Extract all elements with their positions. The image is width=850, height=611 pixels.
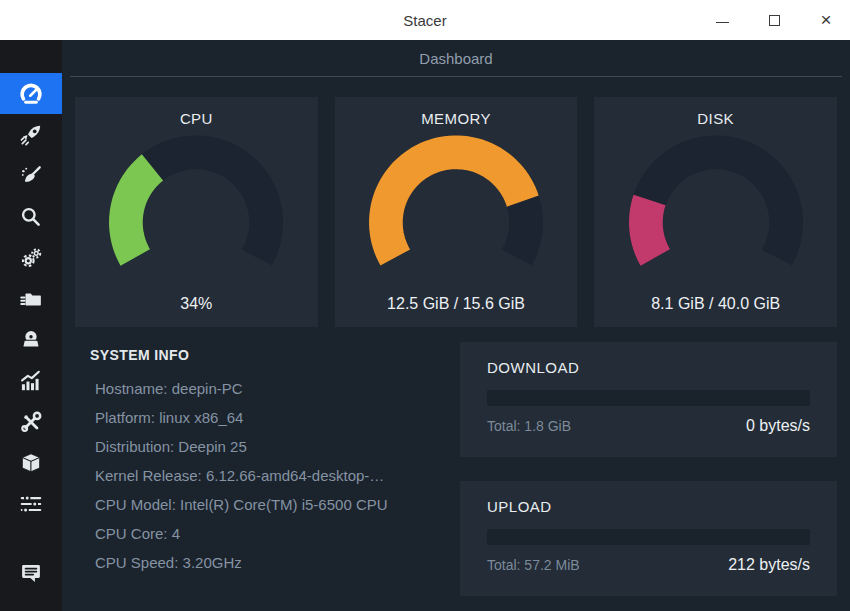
upload-speed: 212 bytes/s [728,556,810,574]
speedometer-icon [18,81,44,107]
download-speed: 0 bytes/s [746,417,810,435]
window-controls: × [714,0,834,40]
sidebar-item-services[interactable] [0,237,62,278]
sliders-icon [18,491,44,517]
sidebar-item-settings[interactable] [0,483,62,524]
system-info-platform: Platform: linux x86_64 [90,403,443,432]
system-info-panel: SYSTEM INFO Hostname: deepin-PC Platform… [75,342,443,611]
upload-total: Total: 57.2 MiB [487,557,580,573]
sidebar-item-search[interactable] [0,196,62,237]
gauges-row: CPU 34% MEMORY 12.5 GiB / 15.6 GiB DISK … [62,77,850,327]
upload-card: UPLOAD Total: 57.2 MiB 212 bytes/s [460,481,837,596]
system-info-cpu-core: CPU Core: 4 [90,519,443,548]
bottom-row: SYSTEM INFO Hostname: deepin-PC Platform… [62,327,850,611]
cpu-gauge-title: CPU [180,110,213,127]
system-info-list: Hostname: deepin-PC Platform: linux x86_… [90,374,443,577]
sidebar-item-resources[interactable] [0,360,62,401]
sidebar-item-startup-apps[interactable] [0,114,62,155]
window-title: Stacer [403,12,446,29]
sidebar [0,40,62,611]
memory-gauge-value: 12.5 GiB / 15.6 GiB [387,295,525,313]
broom-icon [18,163,44,189]
memory-gauge-card: MEMORY 12.5 GiB / 15.6 GiB [335,97,578,327]
rocket-icon [18,122,44,148]
memory-gauge-title: MEMORY [421,110,491,127]
page-title: Dashboard [419,50,492,76]
system-info-cpu-model: CPU Model: Intel(R) Core(TM) i5-6500 CPU [90,490,443,519]
maximize-button[interactable] [766,12,782,28]
package-icon [18,450,44,476]
bar-chart-icon [18,368,44,394]
titlebar: Stacer × [0,0,850,40]
download-card: DOWNLOAD Total: 1.8 GiB 0 bytes/s [460,342,837,457]
sidebar-item-uninstaller[interactable] [0,319,62,360]
minimize-icon [716,22,729,23]
sidebar-item-feedback[interactable] [0,552,62,593]
sidebar-item-processes[interactable] [0,278,62,319]
sidebar-item-helpers[interactable] [0,401,62,442]
speech-bubble-icon [18,560,44,586]
memory-gauge [367,131,545,273]
upload-footer: Total: 57.2 MiB 212 bytes/s [487,556,810,574]
main-content: Dashboard CPU 34% MEMORY 12.5 GiB / 15.6… [62,40,850,611]
network-column: DOWNLOAD Total: 1.8 GiB 0 bytes/s UPLOAD [460,342,837,611]
maximize-icon [769,15,780,26]
disk-gauge [627,131,805,273]
sidebar-spacer [0,524,62,552]
disk-gauge-card: DISK 8.1 GiB / 40.0 GiB [594,97,837,327]
disk-box-icon [18,327,44,353]
tools-icon [18,409,44,435]
disk-gauge-value: 8.1 GiB / 40.0 GiB [651,295,780,313]
download-progress-bar [487,390,810,406]
magnifier-icon [18,204,44,230]
system-info-cpu-speed: CPU Speed: 3.20GHz [90,548,443,577]
system-info-hostname: Hostname: deepin-PC [90,374,443,403]
sidebar-item-system-cleaner[interactable] [0,155,62,196]
system-info-distribution: Distribution: Deepin 25 [90,432,443,461]
sidebar-item-dashboard[interactable] [0,73,62,114]
minimize-button[interactable] [714,12,730,28]
download-total: Total: 1.8 GiB [487,418,571,434]
sidebar-item-apt-repository[interactable] [0,442,62,483]
upload-title: UPLOAD [487,498,810,515]
disk-gauge-title: DISK [697,110,734,127]
folder-speed-icon [18,286,44,312]
system-info-kernel: Kernel Release: 6.12.66-amd64-desktop-… [90,461,443,490]
cpu-gauge [107,131,285,273]
gears-icon [18,245,44,271]
close-button[interactable]: × [818,12,834,28]
cpu-gauge-value: 34% [180,295,212,313]
upload-progress-bar [487,529,810,545]
download-footer: Total: 1.8 GiB 0 bytes/s [487,417,810,435]
download-title: DOWNLOAD [487,359,810,376]
page-header: Dashboard [62,40,850,77]
cpu-gauge-card: CPU 34% [75,97,318,327]
system-info-title: SYSTEM INFO [90,347,443,363]
stacer-window: Stacer × [0,0,850,611]
